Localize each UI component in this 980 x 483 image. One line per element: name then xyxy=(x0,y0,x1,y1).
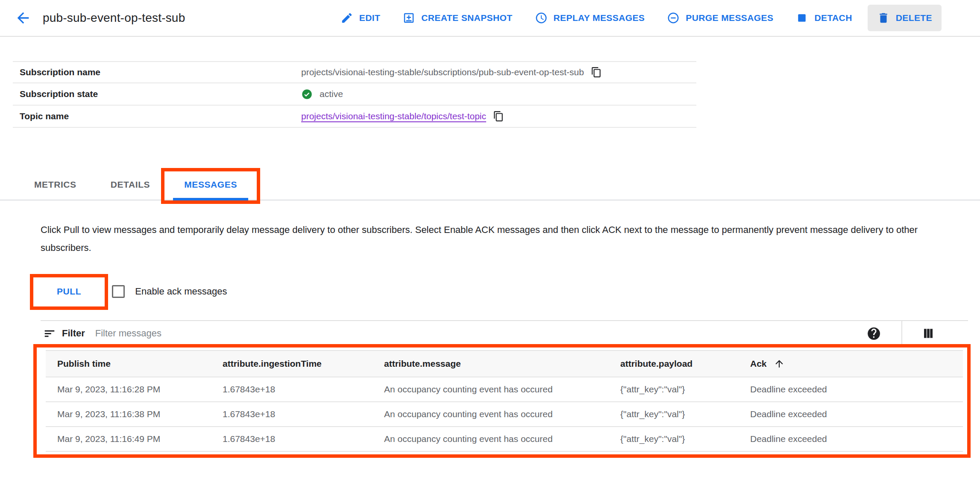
cell-ingestion-time: 1.67843e+18 xyxy=(211,434,373,444)
copy-icon xyxy=(591,67,602,78)
edit-button[interactable]: EDIT xyxy=(334,6,387,30)
column-selector-button[interactable] xyxy=(922,327,935,340)
column-header-publish-time[interactable]: Publish time xyxy=(46,359,211,369)
detach-button[interactable]: DETACH xyxy=(789,6,859,30)
column-header-ingestion-time[interactable]: attribute.ingestionTime xyxy=(211,359,373,369)
tab-messages[interactable]: MESSAGES xyxy=(167,170,254,200)
detail-row-subscription-name: Subscription name projects/visionai-test… xyxy=(13,61,696,83)
arrow-up-icon xyxy=(774,358,785,369)
subscription-header: pub-sub-event-op-test-sub EDIT CREATE SN… xyxy=(0,0,980,37)
column-header-message[interactable]: attribute.message xyxy=(373,359,609,369)
replay-messages-button[interactable]: REPLAY MESSAGES xyxy=(528,6,652,30)
topic-link[interactable]: projects/visionai-testing-stable/topics/… xyxy=(301,111,486,121)
table-row[interactable]: Mar 9, 2023, 11:16:38 PM 1.67843e+18 An … xyxy=(46,402,963,427)
clock-icon xyxy=(535,12,548,24)
cell-ack: Deadline exceeded xyxy=(739,384,963,395)
cell-publish-time: Mar 9, 2023, 11:16:38 PM xyxy=(46,409,211,419)
vertical-divider xyxy=(901,321,902,346)
filter-bar-actions xyxy=(867,321,968,346)
pencil-icon xyxy=(340,12,353,24)
detail-label: Topic name xyxy=(13,111,301,121)
delete-button[interactable]: DELETE xyxy=(868,5,942,31)
cell-message: An occupancy counting event has occured xyxy=(373,384,609,395)
question-circle-icon xyxy=(867,327,881,341)
page-title: pub-sub-event-op-test-sub xyxy=(43,11,185,25)
cell-payload: {"attr_key":"val"} xyxy=(609,434,739,444)
cell-ingestion-time: 1.67843e+18 xyxy=(211,384,373,395)
subscription-details: Subscription name projects/visionai-test… xyxy=(13,61,696,128)
cell-payload: {"attr_key":"val"} xyxy=(609,384,739,395)
trash-icon xyxy=(877,12,890,24)
filter-messages-input[interactable] xyxy=(95,328,309,339)
cell-message: An occupancy counting event has occured xyxy=(373,434,609,444)
column-header-ack[interactable]: Ack xyxy=(739,358,963,369)
tab-metrics[interactable]: METRICS xyxy=(17,170,94,200)
arrow-left-icon xyxy=(15,9,32,27)
messages-table: Publish time attribute.ingestionTime att… xyxy=(46,350,963,452)
cell-payload: {"attr_key":"val"} xyxy=(609,409,739,419)
detail-label: Subscription name xyxy=(13,67,301,77)
detail-row-topic-name: Topic name projects/visionai-testing-sta… xyxy=(13,106,696,128)
cell-ingestion-time: 1.67843e+18 xyxy=(211,409,373,419)
subscription-state-value: active xyxy=(320,89,343,99)
subscription-name-value: projects/visionai-testing-stable/subscri… xyxy=(301,67,584,77)
messages-panel: Click Pull to view messages and temporar… xyxy=(0,221,980,458)
header-action-bar: EDIT CREATE SNAPSHOT REPLAY MESSAGES PUR… xyxy=(334,5,942,31)
pull-description: Click Pull to view messages and temporar… xyxy=(41,221,939,257)
column-selector-icon xyxy=(922,327,935,340)
copy-icon xyxy=(493,111,504,122)
active-tab-underline xyxy=(173,198,248,200)
cell-ack: Deadline exceeded xyxy=(739,409,963,419)
cell-publish-time: Mar 9, 2023, 11:16:49 PM xyxy=(46,434,211,444)
pull-controls: PULL Enable ack messages xyxy=(41,279,980,304)
copy-button[interactable] xyxy=(591,67,602,78)
filter-label: Filter xyxy=(62,328,85,339)
messages-table-region: Publish time attribute.ingestionTime att… xyxy=(41,346,968,458)
snapshot-icon xyxy=(402,12,415,24)
detail-label: Subscription state xyxy=(13,89,301,99)
messages-card: Filter Publish xyxy=(41,320,968,458)
back-button[interactable] xyxy=(15,9,32,27)
cell-publish-time: Mar 9, 2023, 11:16:28 PM xyxy=(46,384,211,395)
detach-icon xyxy=(795,12,808,24)
table-header-row: Publish time attribute.ingestionTime att… xyxy=(46,351,963,377)
cell-ack: Deadline exceeded xyxy=(739,434,963,444)
create-snapshot-button[interactable]: CREATE SNAPSHOT xyxy=(396,6,519,30)
pull-button[interactable]: PULL xyxy=(41,279,97,304)
copy-button[interactable] xyxy=(493,111,504,122)
enable-ack-label: Enable ack messages xyxy=(135,286,227,297)
pubsub-subscription-page: { "colors": { "accent": "#1a73e8", "anno… xyxy=(0,0,980,483)
filter-list-icon xyxy=(43,327,56,340)
check-circle-icon xyxy=(301,88,313,100)
help-button[interactable] xyxy=(867,327,881,341)
detail-row-subscription-state: Subscription state active xyxy=(13,83,696,106)
tab-bar: METRICS DETAILS MESSAGES xyxy=(0,170,980,200)
purge-messages-button[interactable]: PURGE MESSAGES xyxy=(660,6,780,30)
table-row[interactable]: Mar 9, 2023, 11:16:49 PM 1.67843e+18 An … xyxy=(46,427,963,452)
minus-circle-icon xyxy=(667,12,680,24)
column-header-payload[interactable]: attribute.payload xyxy=(609,359,739,369)
cell-message: An occupancy counting event has occured xyxy=(373,409,609,419)
enable-ack-checkbox[interactable] xyxy=(112,285,125,298)
table-row[interactable]: Mar 9, 2023, 11:16:28 PM 1.67843e+18 An … xyxy=(46,377,963,402)
filter-bar: Filter xyxy=(41,321,968,346)
tab-details[interactable]: DETAILS xyxy=(94,170,167,200)
